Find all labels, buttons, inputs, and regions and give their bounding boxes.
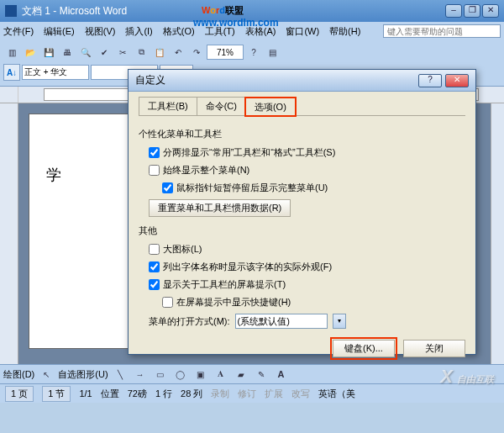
menu-animation-row: 菜单的打开方式(M): ▾ bbox=[149, 314, 465, 329]
opt-shortcut-in-tip[interactable]: 在屏幕提示中显示快捷键(H) bbox=[162, 296, 465, 309]
menu-view[interactable]: 视图(V) bbox=[85, 25, 116, 38]
vertical-ruler[interactable] bbox=[0, 103, 18, 364]
watermark-url: www.wordlm.com bbox=[193, 17, 279, 29]
status-pageof: 1/1 bbox=[79, 388, 92, 399]
status-page: 1 页 bbox=[5, 386, 34, 402]
maximize-button[interactable]: ❐ bbox=[464, 4, 480, 18]
rect-icon[interactable]: ▭ bbox=[152, 366, 169, 383]
save-icon[interactable]: 💾 bbox=[40, 44, 57, 61]
paste-icon[interactable]: 📋 bbox=[151, 44, 168, 61]
opt-hover-full[interactable]: 鼠标指针短暂停留后显示完整菜单(U) bbox=[162, 182, 465, 194]
oval-icon[interactable]: ◯ bbox=[172, 366, 189, 383]
minimize-button[interactable]: – bbox=[445, 4, 462, 18]
dialog-tabs: 工具栏(B) 命令(C) 选项(O) bbox=[139, 97, 465, 116]
redo-icon[interactable]: ↷ bbox=[188, 44, 205, 61]
draw-menu[interactable]: 绘图(D) bbox=[3, 368, 34, 381]
font-color2-icon[interactable]: A bbox=[273, 366, 290, 383]
group-personalize: 个性化菜单和工具栏 bbox=[139, 128, 465, 140]
menu-window[interactable]: 窗口(W) bbox=[286, 25, 319, 38]
menu-insert[interactable]: 插入(I) bbox=[125, 25, 152, 38]
checkbox-hover-full[interactable] bbox=[162, 182, 173, 193]
chevron-down-icon[interactable]: ▾ bbox=[333, 314, 346, 329]
opt-full-menu[interactable]: 始终显示整个菜单(N) bbox=[149, 164, 465, 177]
customize-dialog: 自定义 ? ✕ 工具栏(B) 命令(C) 选项(O) 个性化菜单和工具栏 分两排… bbox=[128, 69, 476, 355]
drawing-toolbar: 绘图(D) ↖ 自选图形(U) ╲ → ▭ ◯ ▣ 𝐀 ▰ ✎ A bbox=[0, 364, 504, 384]
status-ext[interactable]: 扩展 bbox=[265, 388, 283, 400]
opt-tooltips[interactable]: 显示关于工具栏的屏幕提示(T) bbox=[149, 278, 465, 291]
wordart-icon[interactable]: 𝐀 bbox=[213, 366, 229, 383]
zoom-input[interactable] bbox=[207, 45, 244, 60]
opt-large-icons[interactable]: 大图标(L) bbox=[149, 243, 465, 256]
opt-two-rows[interactable]: 分两排显示“常用”工具栏和“格式”工具栏(S) bbox=[149, 146, 465, 159]
fill-color-icon[interactable]: ▰ bbox=[233, 366, 249, 383]
status-col: 28 列 bbox=[181, 388, 202, 400]
status-position-value: 72磅 bbox=[128, 388, 147, 400]
autoshape-menu[interactable]: 自选图形(U) bbox=[58, 368, 108, 381]
tab-toolbars[interactable]: 工具栏(B) bbox=[139, 97, 197, 115]
word-icon bbox=[5, 5, 17, 17]
checkbox-large-icons[interactable] bbox=[149, 244, 160, 255]
pointer-icon[interactable]: ↖ bbox=[38, 366, 55, 383]
textbox-icon[interactable]: ▣ bbox=[192, 366, 209, 383]
reset-usage-button[interactable]: 重置菜单和工具栏惯用数据(R) bbox=[149, 199, 291, 217]
dialog-title: 自定义 bbox=[135, 73, 418, 87]
dialog-close-button[interactable]: ✕ bbox=[445, 74, 469, 87]
dialog-help-button[interactable]: ? bbox=[418, 74, 442, 87]
menu-file[interactable]: 文件(F) bbox=[3, 25, 34, 38]
close-dialog-button[interactable]: 关闭 bbox=[403, 340, 465, 357]
menu-animation-label: 菜单的打开方式(M): bbox=[149, 315, 230, 328]
status-ovr[interactable]: 改写 bbox=[291, 388, 310, 400]
status-rev[interactable]: 修订 bbox=[238, 388, 256, 400]
menu-format[interactable]: 格式(O) bbox=[163, 25, 195, 38]
format-a-icon[interactable]: A↓ bbox=[3, 64, 20, 81]
dialog-titlebar[interactable]: 自定义 ? ✕ bbox=[129, 70, 475, 92]
status-rec[interactable]: 录制 bbox=[211, 388, 229, 400]
print-icon[interactable]: 🖶 bbox=[59, 44, 76, 61]
read-icon[interactable]: ▤ bbox=[264, 44, 281, 61]
help-icon[interactable]: ? bbox=[245, 44, 262, 61]
undo-icon[interactable]: ↶ bbox=[170, 44, 186, 61]
status-bar: 1 页 1 节 1/1 位置 72磅 1 行 28 列 录制 修订 扩展 改写 … bbox=[0, 384, 504, 403]
watermark-footer: X 自由互联 bbox=[440, 366, 494, 388]
arrow-icon[interactable]: → bbox=[132, 366, 149, 383]
status-position-label: 位置 bbox=[101, 388, 119, 400]
line-icon[interactable]: ╲ bbox=[112, 366, 129, 383]
style-select[interactable] bbox=[22, 65, 89, 80]
cut-icon[interactable]: ✂ bbox=[114, 44, 131, 61]
menu-edit[interactable]: 编辑(E) bbox=[44, 25, 75, 38]
spell-icon[interactable]: ✔ bbox=[96, 44, 113, 61]
group-other: 其他 bbox=[139, 224, 465, 237]
tab-commands[interactable]: 命令(C) bbox=[197, 97, 246, 115]
status-section: 1 节 bbox=[42, 386, 71, 402]
new-doc-icon[interactable]: ▥ bbox=[3, 44, 20, 61]
menu-help[interactable]: 帮助(H) bbox=[329, 25, 360, 38]
copy-icon[interactable]: ⧉ bbox=[133, 44, 150, 61]
opt-font-preview[interactable]: 列出字体名称时显示该字体的实际外观(F) bbox=[149, 261, 465, 273]
status-line: 1 行 bbox=[155, 388, 172, 400]
close-button[interactable]: ✕ bbox=[482, 4, 499, 18]
checkbox-shortcut-in-tip[interactable] bbox=[162, 297, 173, 308]
watermark-brand: Word联盟 bbox=[202, 2, 244, 17]
checkbox-two-rows[interactable] bbox=[149, 147, 160, 158]
tab-options[interactable]: 选项(O) bbox=[245, 98, 296, 116]
document-text[interactable]: 学 bbox=[46, 165, 129, 185]
open-icon[interactable]: 📂 bbox=[22, 44, 39, 61]
preview-icon[interactable]: 🔍 bbox=[77, 44, 94, 61]
vertical-scrollbar[interactable] bbox=[491, 103, 504, 364]
checkbox-full-menu[interactable] bbox=[149, 165, 160, 176]
status-lang[interactable]: 英语（美 bbox=[318, 388, 355, 400]
menu-animation-select[interactable] bbox=[235, 314, 328, 329]
checkbox-font-preview[interactable] bbox=[149, 261, 160, 272]
checkbox-tooltips[interactable] bbox=[149, 279, 160, 290]
help-search-input[interactable] bbox=[383, 24, 501, 38]
keyboard-button[interactable]: 键盘(K)... bbox=[333, 340, 395, 357]
line-color-icon[interactable]: ✎ bbox=[253, 366, 270, 383]
